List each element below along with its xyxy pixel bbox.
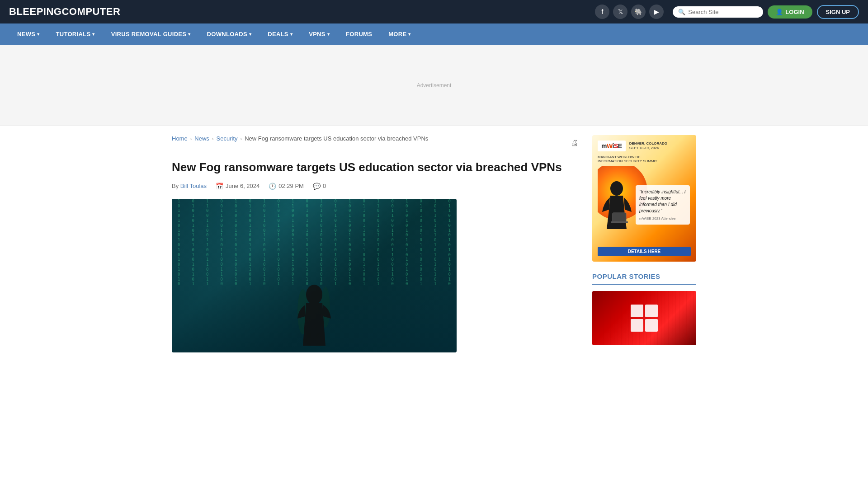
win-pane-br	[645, 319, 658, 332]
calendar-icon: 📅	[216, 183, 223, 190]
nav-tutorials-label: TUTORIALS	[56, 31, 91, 38]
popular-story-image-1[interactable]	[592, 291, 696, 345]
nav-downloads-label: DOWNLOADS	[207, 31, 247, 38]
breadcrumb-security[interactable]: Security	[217, 135, 238, 142]
ad-logo-row: mWiSE DENVER, COLORADO SEPT 18-19, 2024	[598, 141, 691, 151]
windows-logo	[631, 305, 658, 332]
ad-logo: mWiSE	[598, 141, 626, 151]
nav-item-tutorials[interactable]: TUTORIALS ▾	[48, 23, 103, 45]
rain-col-15: 110101010101010101	[377, 199, 379, 352]
nav-item-news[interactable]: NEWS ▾	[9, 23, 48, 45]
rain-col-18: 010101010101010101	[420, 199, 422, 352]
nav-downloads-caret: ▾	[249, 32, 251, 37]
author-link[interactable]: Bill Toulas	[180, 183, 207, 189]
content-area: Home › News › Security › New Fog ransomw…	[172, 135, 579, 352]
breadcrumb-news[interactable]: News	[194, 135, 209, 142]
breadcrumb-home[interactable]: Home	[172, 135, 188, 142]
nav-item-deals[interactable]: DEALS ▾	[259, 23, 301, 45]
ad-location: DENVER, COLORADO SEPT 18-19, 2024	[629, 141, 667, 151]
popular-stories-title: POPULAR STORIES	[592, 272, 696, 285]
rain-col-5: 101010101010101010	[235, 199, 237, 352]
rain-col-20: 011010101010101010	[448, 199, 451, 352]
rain-col-4: 001100110011001100	[221, 199, 223, 352]
rain-col-16: 001100110011001100	[392, 199, 394, 352]
nav-deals-caret: ▾	[290, 32, 292, 37]
ad-placeholder-text: Advertisement	[417, 82, 452, 89]
win-pane-tl	[631, 305, 643, 317]
ad-quote: "Incredibly insightful... I feel vastly …	[636, 185, 690, 225]
sidebar: mWiSE DENVER, COLORADO SEPT 18-19, 2024 …	[592, 135, 696, 352]
signup-button[interactable]: SIGN UP	[817, 5, 859, 19]
breadcrumb-sep-1: ›	[190, 136, 192, 141]
svg-rect-5	[611, 221, 628, 223]
article-time: 🕐 02:29 PM	[269, 183, 304, 190]
search-bar[interactable]: 🔍	[673, 6, 763, 18]
site-header: BLEEPINGCOMPUTER f 𝕏 🐘 ▶ 🔍 👤 LOGIN SIGN …	[0, 0, 868, 23]
article-date: 📅 June 6, 2024	[216, 183, 259, 190]
nav-news-caret: ▾	[37, 32, 39, 37]
svg-rect-4	[613, 213, 626, 222]
print-button[interactable]: 🖨	[571, 138, 579, 148]
site-logo[interactable]: BLEEPINGCOMPUTER	[9, 6, 120, 18]
search-icon: 🔍	[678, 9, 685, 15]
logo-plain: BLEEPING	[9, 6, 61, 17]
header-right: f 𝕏 🐘 ▶ 🔍 👤 LOGIN SIGN UP	[595, 5, 859, 19]
nav-news-label: NEWS	[17, 31, 35, 38]
nav-item-forums[interactable]: FORUMS	[338, 23, 380, 45]
ad-woman-svg	[600, 180, 634, 230]
rain-col-14: 011001100110011001	[363, 199, 365, 352]
login-label: LOGIN	[785, 9, 804, 15]
ad-attribution: mWiSE 2023 Attendee	[639, 216, 686, 221]
login-button[interactable]: 👤 LOGIN	[768, 5, 812, 19]
ad-subtitle: MANDIANT WORLDWIDE INFORMATION SECURITY …	[598, 155, 691, 163]
search-input[interactable]	[688, 9, 758, 15]
twitter-icon[interactable]: 𝕏	[613, 5, 627, 19]
article-comments[interactable]: 💬 0	[313, 183, 326, 190]
article-comments-count: 0	[323, 183, 326, 189]
mastodon-icon[interactable]: 🐘	[631, 5, 646, 19]
nav-item-more[interactable]: MORE ▾	[380, 23, 419, 45]
breadcrumb: Home › News › Security › New Fog ransomw…	[172, 135, 428, 142]
rain-col-1: 101010101010101010	[178, 199, 180, 352]
article-author-label: By Bill Toulas	[172, 183, 207, 189]
article-title: New Fog ransomware targets US education …	[172, 160, 579, 175]
svg-point-2	[306, 285, 322, 305]
breadcrumb-sep-2: ›	[212, 136, 214, 141]
nav-tutorials-caret: ▾	[92, 32, 94, 37]
logo-bold: COMPUTER	[61, 6, 120, 17]
nav-more-caret: ▾	[408, 32, 410, 37]
svg-point-3	[610, 181, 623, 196]
nav-vpns-label: VPNS	[309, 31, 326, 38]
nav-item-downloads[interactable]: DOWNLOADS ▾	[199, 23, 260, 45]
rain-col-19: 100101010101010101	[434, 199, 436, 352]
signup-label: SIGN UP	[826, 9, 850, 15]
rain-col-3: 110011001100110011	[206, 199, 208, 352]
comment-icon: 💬	[313, 183, 321, 190]
win-pane-tr	[645, 305, 658, 317]
nav-item-virus[interactable]: VIRUS REMOVAL GUIDES ▾	[103, 23, 199, 45]
breadcrumb-sep-3: ›	[241, 136, 242, 141]
ad-logo-accent: W	[607, 142, 613, 150]
nav-item-vpns[interactable]: VPNS ▾	[301, 23, 338, 45]
main-nav: NEWS ▾ TUTORIALS ▾ VIRUS REMOVAL GUIDES …	[0, 23, 868, 45]
ad-quote-text: "Incredibly insightful... I feel vastly …	[639, 189, 686, 213]
article-hero-image: 101010101010101010 010101010101010101 11…	[172, 199, 457, 352]
clock-icon: 🕐	[269, 183, 276, 190]
article-meta: By Bill Toulas 📅 June 6, 2024 🕐 02:29 PM…	[172, 183, 579, 190]
social-icons-group: f 𝕏 🐘 ▶	[595, 5, 664, 19]
ad-details-button[interactable]: DETAILS HERE	[598, 247, 691, 256]
facebook-icon[interactable]: f	[595, 5, 609, 19]
login-user-icon: 👤	[776, 9, 783, 15]
rain-col-8: 010101010101010101	[278, 199, 280, 352]
nav-virus-label: VIRUS REMOVAL GUIDES	[111, 31, 187, 38]
rain-col-7: 100110011001100110	[263, 199, 265, 352]
article-time-value: 02:29 PM	[278, 183, 304, 189]
youtube-icon[interactable]: ▶	[649, 5, 664, 19]
rain-col-6: 011001100110011001	[249, 199, 251, 352]
nav-more-label: MORE	[388, 31, 406, 38]
rain-col-2: 010101010101010101	[192, 199, 194, 352]
article-date-value: June 6, 2024	[226, 183, 259, 189]
nav-forums-label: FORUMS	[346, 31, 372, 38]
nav-deals-label: DEALS	[268, 31, 288, 38]
sidebar-ad: mWiSE DENVER, COLORADO SEPT 18-19, 2024 …	[592, 135, 696, 262]
